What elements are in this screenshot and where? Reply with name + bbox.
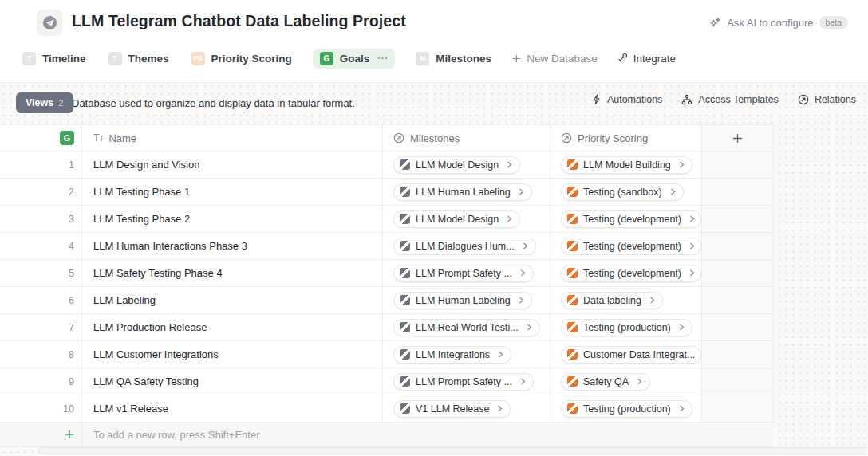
- cell-milestone[interactable]: LLM Human Labeling: [383, 287, 550, 313]
- chevron-right-icon: [689, 269, 695, 277]
- cell-priority[interactable]: Testing (development): [550, 260, 702, 286]
- cell-name[interactable]: LLM Testing Phase 1: [82, 179, 383, 205]
- name-text: LLM Labeling: [93, 294, 156, 306]
- milestone-stripe-icon: [400, 241, 410, 251]
- views-label: Views: [26, 97, 53, 108]
- cell-milestone[interactable]: LLM Model Design: [383, 151, 550, 178]
- cell-priority[interactable]: Testing (development): [550, 206, 702, 232]
- automations-button[interactable]: Automations: [591, 94, 662, 105]
- cell-name[interactable]: LLM Production Release: [82, 314, 383, 340]
- chip-label: LLM Model Design: [416, 159, 499, 171]
- cell-name[interactable]: LLM Customer Integrations: [82, 341, 383, 368]
- app-window: LLM Telegram Chatbot Data Labeling Proje…: [0, 0, 868, 456]
- name-text: LLM Testing Phase 2: [93, 213, 190, 225]
- priority-chip[interactable]: LLM Model Building: [561, 156, 692, 174]
- table-row: 4 LLM Human Interactions Phase 3 LLM Dia…: [0, 233, 774, 260]
- cell-priority[interactable]: Testing (development): [550, 233, 702, 259]
- cell-priority[interactable]: Testing (sandbox): [550, 179, 702, 205]
- cell-name[interactable]: LLM QA Safety Testing: [82, 368, 383, 395]
- name-text: LLM Safety Testing Phase 4: [93, 267, 223, 279]
- priority-chip[interactable]: Testing (development): [561, 238, 701, 255]
- cell-priority[interactable]: Data labeling: [550, 287, 702, 313]
- add-row[interactable]: To add a new row, press Shift+Enter: [0, 423, 774, 447]
- milestone-stripe-icon: [400, 187, 410, 197]
- ellipsis-icon[interactable]: [377, 57, 388, 60]
- telegram-icon: [37, 10, 63, 36]
- row-number: 9: [0, 368, 82, 395]
- cell-milestone[interactable]: LLM Prompt Safety ...: [383, 260, 550, 286]
- add-column-button[interactable]: [702, 125, 774, 151]
- priority-stripe-icon: [567, 159, 578, 170]
- column-header-milestones[interactable]: Milestones: [383, 125, 550, 151]
- tab-priority-scoring[interactable]: PS Priority Scoring: [190, 49, 294, 69]
- access-templates-button[interactable]: Access Templates: [681, 94, 779, 105]
- milestone-chip[interactable]: LLM Integrations: [393, 346, 511, 364]
- chevron-right-icon: [527, 324, 532, 331]
- cell-milestone[interactable]: LLM Dialogues Hum...: [383, 233, 550, 259]
- chip-label: LLM Integrations: [416, 349, 490, 360]
- cell-milestone[interactable]: LLM Human Labeling: [383, 179, 550, 205]
- cell-priority[interactable]: LLM Model Building: [550, 151, 702, 178]
- milestone-chip[interactable]: LLM Prompt Safety ...: [393, 373, 534, 391]
- cell-priority[interactable]: Safety QA: [550, 368, 702, 395]
- priority-chip[interactable]: Customer Data Integrat...: [561, 346, 701, 364]
- column-header-priority[interactable]: Priority Scoring: [550, 125, 702, 151]
- text-type-icon: Tт: [93, 132, 103, 143]
- milestone-chip[interactable]: LLM Model Design: [393, 156, 520, 174]
- tab-milestones[interactable]: M Milestones: [414, 49, 493, 69]
- cell-milestone[interactable]: LLM Model Design: [383, 206, 550, 232]
- table-row: 6 LLM Labeling LLM Human Labeling Data l…: [0, 287, 774, 314]
- integrate-button[interactable]: Integrate: [617, 53, 676, 65]
- priority-chip[interactable]: Testing (sandbox): [561, 183, 684, 201]
- views-button[interactable]: Views 2: [16, 92, 73, 113]
- milestone-chip[interactable]: LLM Human Labeling: [393, 183, 532, 201]
- cell-milestone[interactable]: LLM Integrations: [383, 341, 550, 368]
- cell-priority[interactable]: Customer Data Integrat...: [550, 341, 702, 368]
- cell-name[interactable]: LLM Human Interactions Phase 3: [82, 233, 383, 259]
- priority-chip[interactable]: Data labeling: [561, 292, 663, 309]
- milestones-badge-icon: M: [416, 52, 429, 65]
- chip-label: LLM Model Design: [416, 214, 499, 225]
- priority-chip[interactable]: Testing (development): [561, 265, 701, 282]
- cell-name[interactable]: LLM v1 Release: [82, 395, 383, 422]
- milestone-chip[interactable]: LLM Real World Testi...: [393, 319, 540, 336]
- relation-arrow-icon: [393, 132, 404, 143]
- column-header-name[interactable]: Tт Name: [82, 125, 383, 151]
- cell-milestone[interactable]: LLM Real World Testi...: [383, 314, 550, 340]
- cell-name[interactable]: LLM Testing Phase 2: [82, 206, 383, 232]
- timeline-badge-icon: T: [22, 52, 36, 65]
- cell-name[interactable]: LLM Safety Testing Phase 4: [82, 260, 383, 286]
- table-row: 2 LLM Testing Phase 1 LLM Human Labeling…: [0, 179, 774, 206]
- ask-ai-button[interactable]: Ask AI to configure beta: [709, 16, 848, 29]
- priority-chip[interactable]: Safety QA: [561, 373, 650, 391]
- row-number: 10: [0, 395, 82, 422]
- priority-chip[interactable]: Testing (production): [561, 400, 692, 418]
- tab-timeline[interactable]: T Timeline: [21, 49, 88, 69]
- chip-label: LLM Model Building: [583, 159, 671, 171]
- cell-name[interactable]: LLM Labeling: [82, 287, 383, 313]
- chevron-right-icon: [498, 351, 503, 358]
- priority-chip[interactable]: Testing (production): [561, 319, 692, 336]
- priority-chip[interactable]: Testing (development): [561, 210, 701, 228]
- cell-milestone[interactable]: V1 LLM Release: [383, 395, 550, 422]
- chevron-right-icon: [497, 405, 503, 412]
- milestone-chip[interactable]: LLM Human Labeling: [393, 292, 532, 309]
- milestone-chip[interactable]: LLM Prompt Safety ...: [393, 265, 534, 282]
- cell-priority[interactable]: Testing (production): [550, 314, 702, 340]
- new-database-button[interactable]: New Database: [512, 53, 598, 65]
- cell-empty: [702, 368, 774, 395]
- milestone-chip[interactable]: LLM Dialogues Hum...: [393, 238, 536, 255]
- cell-priority[interactable]: Testing (production): [550, 395, 702, 422]
- milestone-chip[interactable]: LLM Model Design: [393, 210, 520, 228]
- relations-button[interactable]: Relations: [798, 94, 856, 105]
- cell-milestone[interactable]: LLM Prompt Safety ...: [383, 368, 550, 395]
- new-database-label: New Database: [527, 53, 598, 65]
- milestone-chip[interactable]: V1 LLM Release: [393, 400, 511, 418]
- row-number: 8: [0, 341, 82, 368]
- horizontal-scrollbar[interactable]: [38, 447, 866, 454]
- tab-goals[interactable]: G Goals: [313, 49, 396, 69]
- view-description: Database used to organize and display da…: [72, 97, 355, 109]
- tab-themes[interactable]: T Themes: [107, 49, 171, 69]
- cell-name[interactable]: LLM Design and Vision: [82, 151, 383, 178]
- cell-empty: [702, 314, 774, 340]
